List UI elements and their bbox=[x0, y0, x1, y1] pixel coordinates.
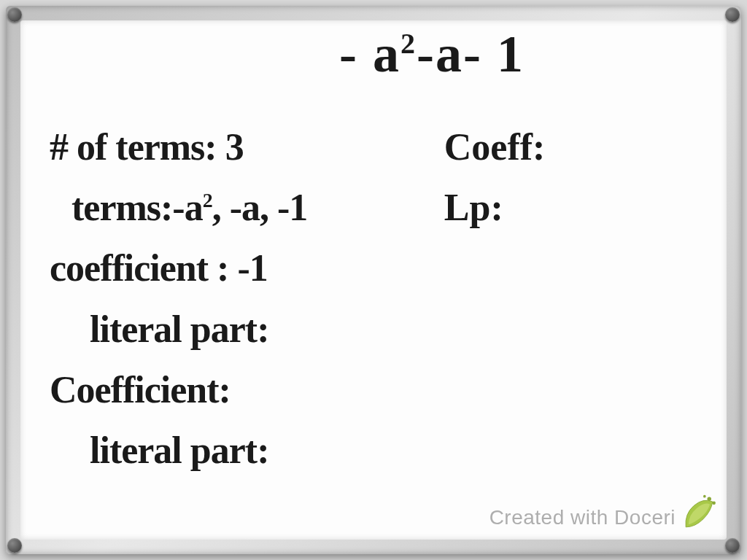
columns: # of terms: 3 terms:-a2, -a, -1 coeffici… bbox=[50, 117, 697, 481]
num-terms-line: # of terms: 3 bbox=[50, 117, 430, 177]
lp-short-label: Lp: bbox=[444, 187, 503, 228]
watermark-text: Created with Doceri bbox=[489, 506, 676, 529]
svg-point-1 bbox=[712, 502, 716, 505]
bolt-bottom-left bbox=[7, 538, 22, 553]
doceri-logo-icon bbox=[679, 494, 719, 534]
num-terms-label: # of terms: bbox=[50, 126, 217, 168]
svg-point-2 bbox=[703, 495, 706, 498]
literal1-line: literal part: bbox=[50, 299, 430, 359]
polynomial-expression: - a2-a- 1 bbox=[166, 28, 697, 80]
svg-point-0 bbox=[708, 497, 712, 502]
coefficient1-line: coefficient : -1 bbox=[50, 238, 430, 298]
handwritten-content: - a2-a- 1 # of terms: 3 terms:-a2, -a, -… bbox=[20, 20, 727, 540]
lp-short-line: Lp: bbox=[444, 177, 697, 238]
num-terms-value: 3 bbox=[225, 126, 244, 168]
bolt-top-left bbox=[7, 7, 22, 22]
coefficient1-label: coefficient : bbox=[50, 247, 228, 289]
whiteboard-frame: - a2-a- 1 # of terms: 3 terms:-a2, -a, -… bbox=[6, 6, 741, 554]
terms-label: terms: bbox=[71, 187, 172, 228]
coefficient2-line: Coefficient: bbox=[50, 359, 430, 420]
coefficient1-value: -1 bbox=[237, 247, 267, 289]
terms-line: terms:-a2, -a, -1 bbox=[50, 177, 430, 238]
literal1-label: literal part: bbox=[90, 308, 268, 350]
coeff-short-line: Coeff: bbox=[444, 117, 697, 177]
coeff-short-label: Coeff: bbox=[444, 126, 546, 168]
literal2-label: literal part: bbox=[90, 429, 268, 471]
whiteboard-surface: - a2-a- 1 # of terms: 3 terms:-a2, -a, -… bbox=[20, 20, 727, 540]
bolt-top-right bbox=[725, 7, 740, 22]
left-column: # of terms: 3 terms:-a2, -a, -1 coeffici… bbox=[50, 117, 430, 481]
terms-value: -a2, -a, -1 bbox=[172, 187, 307, 228]
right-column: Coeff: Lp: bbox=[430, 117, 697, 481]
coefficient2-label: Coefficient: bbox=[50, 369, 231, 411]
bolt-bottom-right bbox=[725, 538, 740, 553]
literal2-line: literal part: bbox=[50, 420, 430, 481]
